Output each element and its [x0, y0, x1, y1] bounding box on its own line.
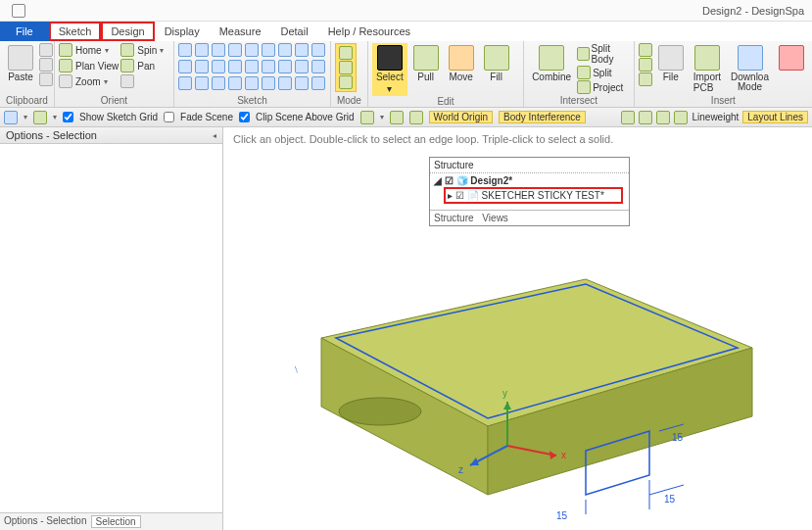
- layout-lines-chip[interactable]: Layout Lines: [742, 111, 808, 123]
- ins-ic3[interactable]: [639, 72, 652, 86]
- ob-ic[interactable]: [674, 111, 688, 124]
- viewport[interactable]: Click an object. Double-click to select …: [223, 127, 812, 530]
- ellipse-icon[interactable]: [278, 43, 292, 57]
- model-slot[interactable]: [339, 398, 421, 425]
- sk-ic[interactable]: [245, 60, 259, 73]
- polyline-icon[interactable]: [245, 43, 259, 57]
- sk-ic[interactable]: [178, 76, 192, 90]
- orient-icon: [120, 74, 134, 88]
- show-sketch-grid-checkbox[interactable]: [63, 112, 73, 122]
- fade-scene-checkbox[interactable]: [164, 112, 174, 122]
- file-button[interactable]: File: [654, 43, 688, 84]
- save-icon[interactable]: [4, 111, 18, 124]
- move-button[interactable]: Move: [445, 43, 478, 84]
- paste-icon: [8, 45, 33, 71]
- sk-ic[interactable]: [278, 76, 292, 90]
- model-view[interactable]: x y z 15 15 15 ⟋: [263, 201, 782, 524]
- project-button[interactable]: Project: [577, 80, 630, 94]
- clip-scene-checkbox[interactable]: [239, 112, 250, 122]
- tab-design[interactable]: Design: [101, 22, 154, 41]
- spline-icon[interactable]: [262, 43, 275, 57]
- split-button[interactable]: Split: [577, 66, 630, 79]
- sk-ic[interactable]: [178, 60, 192, 73]
- download-mode-button[interactable]: DownloaMode: [727, 43, 773, 94]
- tab-display[interactable]: Display: [155, 22, 210, 41]
- arc-icon[interactable]: [195, 43, 209, 57]
- sk-ic[interactable]: [278, 60, 292, 73]
- rect-icon[interactable]: [228, 43, 242, 57]
- left-panel-tabs: Options - Selection Selection: [0, 512, 222, 530]
- sk-ic[interactable]: [228, 76, 242, 90]
- import-pcb-button[interactable]: Import PCB: [690, 43, 725, 95]
- ob-ic[interactable]: [360, 111, 374, 124]
- home-button[interactable]: Home▾: [59, 43, 119, 57]
- planview-icon: [59, 59, 72, 72]
- cut-icon[interactable]: [39, 43, 53, 57]
- select-button[interactable]: Select▾: [372, 43, 407, 96]
- sk-ic[interactable]: [212, 76, 225, 90]
- group-orient-label: Orient: [59, 95, 169, 107]
- ob-ic[interactable]: [656, 111, 670, 124]
- planview-button[interactable]: Plan View: [59, 59, 119, 72]
- splitbody-button[interactable]: Split Body: [577, 43, 630, 65]
- paste-button[interactable]: Paste: [4, 43, 37, 84]
- ob-ic[interactable]: [33, 111, 47, 124]
- left-panel-head: Options - Selection ◂: [0, 127, 222, 144]
- pan-button[interactable]: Pan: [120, 59, 164, 72]
- panel-collapse-icon[interactable]: ◂: [213, 131, 216, 140]
- text-icon[interactable]: [311, 43, 325, 57]
- sk-ic[interactable]: [311, 76, 325, 90]
- sk-ic[interactable]: [311, 60, 325, 73]
- sk-ic[interactable]: [212, 60, 225, 73]
- line-icon[interactable]: [178, 43, 192, 57]
- ob-ic[interactable]: [390, 111, 404, 124]
- panel-tab-options[interactable]: Options - Selection: [4, 515, 87, 528]
- home-icon: [59, 43, 72, 57]
- sk-ic[interactable]: [262, 76, 275, 90]
- lineweight-label[interactable]: Lineweight: [692, 112, 739, 122]
- group-mode-label: Mode: [335, 95, 363, 107]
- ins-ic2[interactable]: [639, 58, 652, 72]
- viewport-hint: Click an object. Double-click to select …: [233, 133, 613, 145]
- spin-button[interactable]: Spin▾: [120, 43, 164, 57]
- mode-icon-2[interactable]: [339, 61, 353, 74]
- option-bar: ▾ ▾ Show Sketch Grid Fade Scene Clip Sce…: [0, 108, 812, 127]
- group-mode: Mode: [331, 41, 368, 107]
- structure-root[interactable]: ◢ ☑ 🧊 Design2*: [434, 175, 625, 186]
- orient-extra[interactable]: [120, 74, 164, 88]
- tab-help[interactable]: Help / Resources: [318, 22, 420, 41]
- tab-file[interactable]: File: [0, 22, 49, 41]
- ins-ic1[interactable]: [639, 43, 652, 57]
- mode-icon-3[interactable]: [339, 75, 353, 89]
- 3d-button[interactable]: [775, 43, 808, 72]
- split-icon: [577, 66, 591, 79]
- copy-icon[interactable]: [39, 58, 53, 72]
- tab-sketch[interactable]: Sketch: [49, 22, 102, 41]
- sk-ic[interactable]: [195, 60, 209, 73]
- ob-ic[interactable]: [621, 111, 635, 124]
- pull-button[interactable]: Pull: [409, 43, 443, 84]
- ob-ic[interactable]: [409, 111, 423, 124]
- circle-icon[interactable]: [212, 43, 225, 57]
- splitbody-icon: [577, 47, 589, 61]
- sk-ic[interactable]: [228, 60, 242, 73]
- point-icon[interactable]: [295, 43, 309, 57]
- world-origin-chip[interactable]: World Origin: [429, 111, 493, 123]
- combine-button[interactable]: Combine: [528, 43, 575, 84]
- tab-detail[interactable]: Detail: [271, 22, 318, 41]
- svg-text:x: x: [561, 450, 566, 460]
- sk-ic[interactable]: [295, 76, 309, 90]
- sk-ic[interactable]: [245, 76, 259, 90]
- body-interference-chip[interactable]: Body Interference: [499, 111, 586, 123]
- zoom-button[interactable]: Zoom▾: [59, 74, 119, 88]
- sk-ic[interactable]: [262, 60, 275, 73]
- download-icon: [738, 45, 763, 71]
- clip-icon[interactable]: [39, 72, 53, 86]
- sk-ic[interactable]: [295, 60, 309, 73]
- tab-measure[interactable]: Measure: [210, 22, 271, 41]
- sk-ic[interactable]: [195, 76, 209, 90]
- mode-icon-1[interactable]: [339, 46, 353, 60]
- panel-tab-selection[interactable]: Selection: [91, 515, 141, 528]
- fill-button[interactable]: Fill: [480, 43, 513, 84]
- ob-ic[interactable]: [639, 111, 652, 124]
